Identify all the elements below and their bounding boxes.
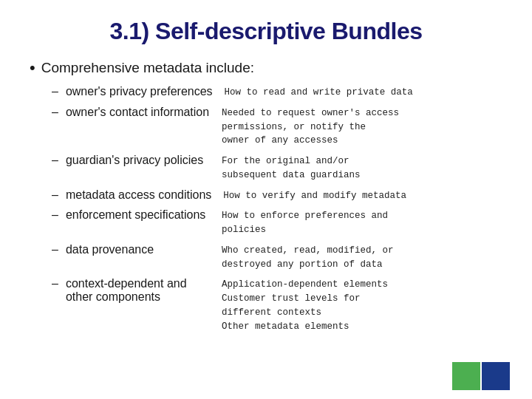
sub-label-3: –metadata access conditions [52,188,223,202]
sub-label-5: –data provenance [52,243,222,256]
sub-desc-1: Needed to request owner's access permiss… [222,106,502,148]
sub-label-text-6: context-dependent and other components [66,277,187,304]
sub-desc-2: For the original and/or subsequent data … [222,154,502,183]
dash-icon: – [52,188,58,202]
sub-label-0: –owner's privacy preferences [52,85,225,98]
dash-icon: – [52,277,58,290]
dash-icon: – [52,106,58,119]
sub-label-text-4: enforcement specifications [66,208,205,222]
sub-desc-0: How to read and write private data [225,85,502,100]
sub-label-text-5: data provenance [66,243,154,256]
sub-desc-4: How to enforce preferences and policies [222,208,502,237]
main-bullet: • Comprehensive metadata include: [30,60,502,78]
list-item: –metadata access conditionsHow to verify… [52,188,502,203]
sub-items-list: –owner's privacy preferencesHow to read … [52,85,502,333]
sub-desc-6: Application-dependent elements Customer … [222,277,502,333]
list-item: –data provenanceWho created, read, modif… [52,243,502,272]
corner-blue-decoration [482,362,510,390]
sub-label-4: –enforcement specifications [52,208,222,222]
sub-label-text-3: metadata access conditions [66,188,211,202]
dash-icon: – [52,154,58,167]
list-item: –enforcement specificationsHow to enforc… [52,208,502,237]
sub-desc-3: How to verify and modify metadata [223,188,502,203]
sub-label-6: –context-dependent and other components [52,277,222,304]
sub-label-1: –owner's contact information [52,106,222,119]
list-item: –guardian's privacy policiesFor the orig… [52,154,502,183]
sub-label-text-2: guardian's privacy policies [66,154,203,167]
slide-title: 3.1) Self-descriptive Bundles [30,18,502,45]
list-item: –owner's contact informationNeeded to re… [52,106,502,148]
list-item: –owner's privacy preferencesHow to read … [52,85,502,100]
dash-icon: – [52,208,58,222]
slide: 3.1) Self-descriptive Bundles • Comprehe… [0,0,532,399]
dash-icon: – [52,243,58,256]
main-bullet-text: Comprehensive metadata include: [41,60,254,76]
list-item: –context-dependent and other componentsA… [52,277,502,333]
sub-label-text-1: owner's contact information [66,106,209,119]
sub-label-2: –guardian's privacy policies [52,154,222,167]
bullet-dot: • [30,58,35,78]
corner-green-decoration [452,362,480,390]
sub-label-text-0: owner's privacy preferences [66,85,213,98]
sub-desc-5: Who created, read, modified, or destroye… [222,243,502,272]
dash-icon: – [52,85,58,98]
